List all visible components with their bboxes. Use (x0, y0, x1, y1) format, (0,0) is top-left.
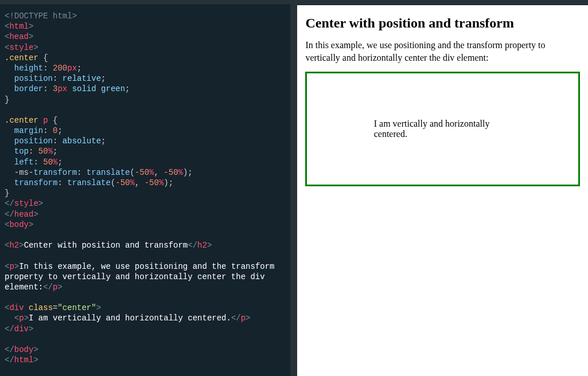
code-token: } (5, 189, 9, 198)
code-token: > (207, 241, 212, 250)
code-token: translate (87, 168, 130, 177)
code-token: > (29, 22, 33, 31)
code-token: left (5, 158, 33, 167)
code-token: p (19, 314, 24, 323)
code-token: > (246, 314, 250, 323)
centered-text: I am vertically and horizontally centere… (374, 119, 512, 139)
code-token: </ (5, 324, 14, 334)
code-token: , (135, 178, 145, 187)
code-token: -50 (163, 168, 178, 177)
code-token: -50 (135, 168, 149, 177)
code-token: > (33, 345, 38, 354)
code-token: </ (188, 241, 197, 250)
code-token: green (101, 84, 125, 93)
code-token: > (19, 241, 24, 250)
code-token: > (29, 32, 33, 41)
code-token: % (149, 168, 154, 177)
preview-heading: Center with position and transform (305, 15, 580, 31)
code-token: style (14, 199, 38, 208)
code-token: > (33, 43, 38, 52)
code-token: < (5, 314, 19, 323)
code-token: > (24, 314, 29, 323)
code-token: ; (125, 84, 130, 93)
code-token: top (5, 147, 29, 156)
code-token: class (29, 303, 53, 312)
center-demo-box: I am vertically and horizontally centere… (305, 72, 580, 186)
code-token: ) (163, 178, 168, 187)
code-token: ; (57, 126, 62, 135)
code-token: .center (5, 116, 38, 125)
code-token: head (14, 210, 34, 219)
code-token: > (38, 199, 43, 208)
code-token: div (9, 303, 24, 312)
code-token: ; (188, 168, 192, 177)
code-token: % (178, 168, 183, 177)
code-token: : (43, 126, 53, 135)
code-token: head (9, 32, 29, 41)
code-token: p (9, 262, 14, 271)
code-token (24, 303, 29, 312)
code-token: > (14, 262, 19, 271)
code-token: ; (77, 64, 81, 73)
preview-pane: Center with position and transform In th… (297, 5, 588, 376)
code-token: px (67, 64, 77, 73)
code-token: </ (5, 199, 14, 208)
code-token: margin (5, 126, 43, 135)
code-token: -50 (115, 178, 130, 187)
code-token: } (5, 95, 9, 104)
code-token: ; (57, 158, 62, 167)
code-token: 200 (53, 64, 67, 73)
split-view: <!DOCTYPE html> <html> <head> <style> .c… (0, 0, 588, 376)
code-token: html (14, 355, 34, 365)
code-token: transform (5, 178, 57, 187)
code-token: </ (43, 283, 53, 292)
code-editor[interactable]: <!DOCTYPE html> <html> <head> <style> .c… (0, 5, 290, 376)
code-token: : (43, 64, 53, 73)
code-token: position (5, 136, 53, 146)
code-token: ( (130, 168, 134, 177)
code-token: <! (5, 11, 14, 21)
code-token: height (5, 64, 43, 73)
code-token: px (57, 84, 67, 93)
code-token: : (29, 147, 38, 156)
code-token: { (48, 116, 58, 125)
code-token: relative (63, 74, 101, 83)
code-token: 50 (43, 158, 53, 167)
code-token: </ (5, 210, 14, 219)
code-token: 50 (38, 147, 48, 156)
code-token: html (9, 22, 29, 31)
code-token: body (9, 220, 29, 229)
code-token: div (14, 324, 29, 334)
code-token: transform (33, 168, 77, 177)
code-token: I am vertically and horizontally centere… (29, 314, 231, 323)
code-token: -ms- (5, 168, 33, 177)
code-token: border (5, 84, 43, 93)
code-token: html (48, 11, 72, 21)
code-token: : (77, 168, 87, 177)
code-token: style (9, 43, 33, 52)
code-token: > (57, 283, 62, 292)
code-token: > (29, 324, 33, 334)
code-token: > (72, 11, 77, 21)
code-token: : (53, 74, 63, 83)
code-token: % (48, 147, 53, 156)
code-token: </ (5, 345, 14, 354)
code-token: position (5, 74, 53, 83)
code-token: ; (101, 74, 106, 83)
code-token: translate (67, 178, 111, 187)
code-token: > (33, 210, 38, 219)
code-token: : (43, 84, 53, 93)
code-token: : (53, 136, 63, 146)
code-token: h2 (9, 241, 19, 250)
code-token: % (130, 178, 135, 187)
code-token: > (29, 220, 33, 229)
code-token: , (154, 168, 164, 177)
code-token: > (96, 303, 101, 312)
code-token: : (57, 178, 67, 187)
code-token: Center with position and transform (24, 241, 188, 250)
code-token: ; (169, 178, 173, 187)
code-token: p (38, 116, 48, 125)
preview-description: In this example, we use positioning and … (305, 39, 580, 64)
code-token: -50 (145, 178, 159, 187)
code-token: .center (5, 53, 38, 62)
